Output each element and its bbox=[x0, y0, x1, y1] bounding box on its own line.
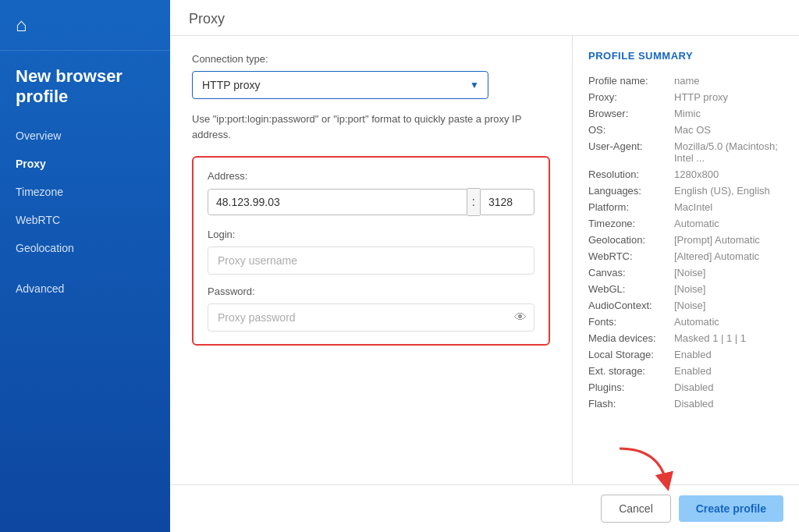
summary-value: [Noise] bbox=[674, 281, 783, 297]
sidebar-item-proxy[interactable]: Proxy bbox=[0, 150, 170, 178]
port-input[interactable] bbox=[480, 189, 534, 215]
summary-key: Local Storage: bbox=[588, 346, 674, 363]
eye-icon[interactable]: 👁 bbox=[514, 310, 527, 325]
summary-key: Languages: bbox=[588, 183, 674, 199]
summary-key: Fonts: bbox=[588, 314, 674, 330]
summary-value: Masked 1 | 1 | 1 bbox=[674, 330, 783, 346]
address-row: Address: : bbox=[208, 170, 534, 216]
page-title: Proxy bbox=[189, 11, 225, 27]
summary-key: Plugins: bbox=[588, 379, 674, 395]
sidebar-item-timezone[interactable]: Timezone bbox=[0, 178, 170, 206]
summary-key: Flash: bbox=[588, 395, 674, 412]
login-row: Login: bbox=[208, 229, 534, 275]
summary-key: Geolocation: bbox=[588, 232, 674, 248]
connection-type-label: Connection type: bbox=[192, 53, 550, 65]
summary-key: WebRTC: bbox=[588, 248, 674, 264]
sidebar-item-webrtc[interactable]: WebRTC bbox=[0, 206, 170, 234]
summary-row: Ext. storage:Enabled bbox=[588, 363, 783, 379]
summary-key: OS: bbox=[588, 122, 674, 138]
summary-value: [Noise] bbox=[674, 264, 783, 281]
summary-row: WebRTC:[Altered] Automatic bbox=[588, 248, 783, 264]
summary-row: Flash:Disabled bbox=[588, 395, 783, 412]
summary-row: Timezone:Automatic bbox=[588, 215, 783, 232]
password-wrapper: 👁 bbox=[208, 303, 534, 332]
summary-row: Canvas:[Noise] bbox=[588, 264, 783, 281]
form-area: Connection type: HTTP proxy SOCKS5 SOCKS… bbox=[170, 36, 573, 484]
summary-key: AudioContext: bbox=[588, 297, 674, 314]
sidebar-item-geolocation[interactable]: Geolocation bbox=[0, 234, 170, 262]
summary-value: name bbox=[674, 73, 783, 89]
summary-row: Geolocation:[Prompt] Automatic bbox=[588, 232, 783, 248]
address-label: Address: bbox=[208, 170, 534, 182]
colon-separator: : bbox=[467, 188, 480, 216]
profile-summary-panel: PROFILE SUMMARY Profile name:nameProxy:H… bbox=[573, 36, 799, 484]
summary-row: Plugins:Disabled bbox=[588, 379, 783, 395]
summary-row: Browser:Mimic bbox=[588, 105, 783, 122]
password-input[interactable] bbox=[208, 303, 534, 332]
password-label: Password: bbox=[208, 286, 534, 297]
summary-key: Platform: bbox=[588, 199, 674, 215]
address-input[interactable] bbox=[208, 189, 467, 215]
summary-row: Proxy:HTTP proxy bbox=[588, 89, 783, 105]
summary-value: [Prompt] Automatic bbox=[674, 232, 783, 248]
summary-key: Resolution: bbox=[588, 166, 674, 183]
profile-summary-title: PROFILE SUMMARY bbox=[588, 50, 783, 62]
main-footer: Cancel Create profile bbox=[170, 484, 799, 532]
connection-type-select[interactable]: HTTP proxy SOCKS5 SOCKS4 No proxy bbox=[192, 71, 488, 99]
summary-value: 1280x800 bbox=[674, 166, 783, 183]
summary-value: [Altered] Automatic bbox=[674, 248, 783, 264]
summary-row: Platform:MacIntel bbox=[588, 199, 783, 215]
login-label: Login: bbox=[208, 229, 534, 240]
summary-key: Proxy: bbox=[588, 89, 674, 105]
summary-row: WebGL:[Noise] bbox=[588, 281, 783, 297]
summary-row: Local Storage:Enabled bbox=[588, 346, 783, 363]
sidebar-item-advanced[interactable]: Advanced bbox=[0, 275, 170, 303]
summary-row: AudioContext:[Noise] bbox=[588, 297, 783, 314]
password-row: Password: 👁 bbox=[208, 286, 534, 332]
summary-value: Mimic bbox=[674, 105, 783, 122]
summary-value: Disabled bbox=[674, 395, 783, 412]
summary-value: English (US), English bbox=[674, 183, 783, 199]
summary-row: Languages:English (US), English bbox=[588, 183, 783, 199]
summary-value: Enabled bbox=[674, 363, 783, 379]
home-icon: ⌂ bbox=[16, 14, 27, 36]
main-content: Proxy Connection type: HTTP proxy SOCKS5… bbox=[170, 0, 799, 532]
summary-table: Profile name:nameProxy:HTTP proxyBrowser… bbox=[588, 73, 783, 412]
proxy-box: Address: : Login: Password: 👁 bbox=[192, 156, 550, 346]
address-inputs: : bbox=[208, 188, 534, 216]
summary-key: Browser: bbox=[588, 105, 674, 122]
summary-value: Disabled bbox=[674, 379, 783, 395]
summary-row: Resolution:1280x800 bbox=[588, 166, 783, 183]
summary-value: MacIntel bbox=[674, 199, 783, 215]
summary-value: Mozilla/5.0 (Macintosh; Intel ... bbox=[674, 138, 783, 166]
username-input[interactable] bbox=[208, 246, 534, 275]
summary-row: Media devices:Masked 1 | 1 | 1 bbox=[588, 330, 783, 346]
create-profile-button[interactable]: Create profile bbox=[679, 495, 783, 522]
main-body: Connection type: HTTP proxy SOCKS5 SOCKS… bbox=[170, 36, 799, 484]
sidebar-home[interactable]: ⌂ bbox=[0, 0, 170, 51]
connection-type-row: Connection type: HTTP proxy SOCKS5 SOCKS… bbox=[192, 53, 550, 99]
summary-key: Media devices: bbox=[588, 330, 674, 346]
sidebar: ⌂ New browser profile Overview Proxy Tim… bbox=[0, 0, 170, 532]
sidebar-item-overview[interactable]: Overview bbox=[0, 122, 170, 150]
summary-row: Profile name:name bbox=[588, 73, 783, 89]
summary-key: Ext. storage: bbox=[588, 363, 674, 379]
summary-value: HTTP proxy bbox=[674, 89, 783, 105]
summary-row: Fonts:Automatic bbox=[588, 314, 783, 330]
summary-key: WebGL: bbox=[588, 281, 674, 297]
summary-value: Mac OS bbox=[674, 122, 783, 138]
sidebar-profile-title: New browser profile bbox=[0, 51, 170, 119]
summary-row: User-Agent:Mozilla/5.0 (Macintosh; Intel… bbox=[588, 138, 783, 166]
cancel-button[interactable]: Cancel bbox=[601, 495, 671, 523]
connection-type-select-wrapper: HTTP proxy SOCKS5 SOCKS4 No proxy ▼ bbox=[192, 71, 488, 99]
summary-row: OS:Mac OS bbox=[588, 122, 783, 138]
summary-key: Timezone: bbox=[588, 215, 674, 232]
summary-value: Automatic bbox=[674, 314, 783, 330]
summary-key: User-Agent: bbox=[588, 138, 674, 166]
summary-value: Enabled bbox=[674, 346, 783, 363]
summary-key: Canvas: bbox=[588, 264, 674, 281]
paste-hint: Use "ip:port:login:password" or "ip:port… bbox=[192, 112, 550, 142]
summary-value: Automatic bbox=[674, 215, 783, 232]
sidebar-navigation: Overview Proxy Timezone WebRTC Geolocati… bbox=[0, 119, 170, 306]
summary-key: Profile name: bbox=[588, 73, 674, 89]
